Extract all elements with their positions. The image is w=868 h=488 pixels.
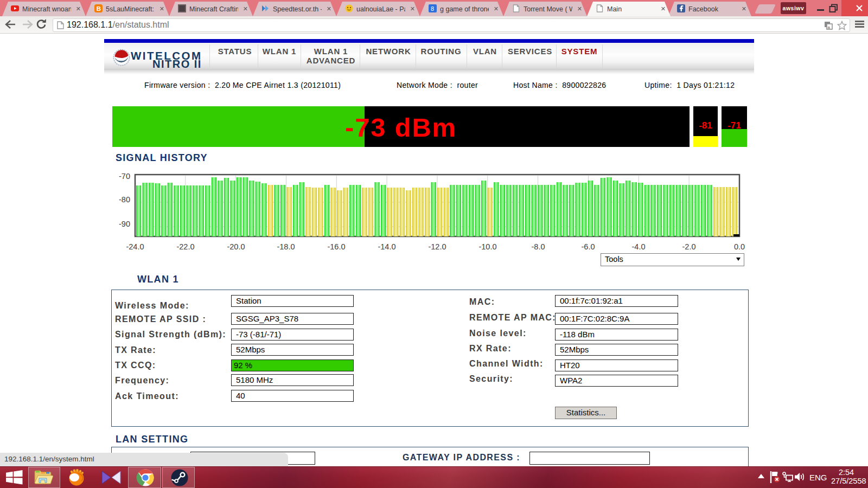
svg-text:-18.0: -18.0 xyxy=(277,242,295,251)
svg-text:0.0: 0.0 xyxy=(734,242,745,251)
svg-text:-80: -80 xyxy=(119,195,130,204)
svg-text:-6.0: -6.0 xyxy=(582,242,595,251)
svg-text:-14.0: -14.0 xyxy=(378,242,395,251)
svg-text:-2.0: -2.0 xyxy=(682,242,696,251)
svg-text:-10.0: -10.0 xyxy=(478,242,496,251)
svg-text:-24.0: -24.0 xyxy=(126,242,144,251)
svg-text:a: a xyxy=(828,24,831,29)
svg-text:-70: -70 xyxy=(119,172,130,181)
svg-text:-8.0: -8.0 xyxy=(532,242,545,251)
svg-text:-16.0: -16.0 xyxy=(327,242,345,251)
svg-text:B: B xyxy=(97,5,101,12)
svg-text:-12.0: -12.0 xyxy=(428,242,446,251)
svg-text:-22.0: -22.0 xyxy=(176,242,194,251)
svg-text:-90: -90 xyxy=(119,220,130,228)
svg-text:-4.0: -4.0 xyxy=(632,242,646,251)
svg-text:8: 8 xyxy=(431,5,434,12)
svg-text:-20.0: -20.0 xyxy=(227,242,245,251)
